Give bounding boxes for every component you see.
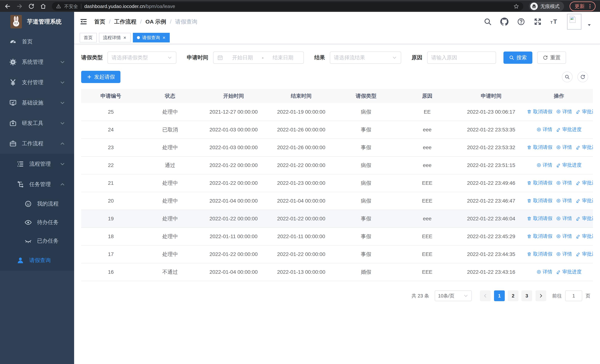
chevron-right-icon <box>538 293 543 298</box>
progress-link[interactable]: 审批进度 <box>556 269 582 275</box>
toolbox-icon <box>9 120 17 127</box>
progress-link[interactable]: 审批进度 <box>576 108 593 115</box>
cell-leave-type: 病假 <box>335 174 397 192</box>
sidebar-collapse-icon[interactable] <box>80 18 87 26</box>
progress-link[interactable]: 审批进度 <box>576 197 593 204</box>
search-icon[interactable] <box>484 18 492 26</box>
avatar[interactable] <box>567 14 581 30</box>
browser-menu-icon[interactable] <box>587 3 593 9</box>
page-button-3[interactable]: 3 <box>521 290 532 301</box>
browser-chrome: 不安全 dashboard.yudao.iocoder.cn/bpm/oa/le… <box>0 0 600 12</box>
cancel-leave-link[interactable]: 取消请假 <box>527 180 552 186</box>
trash-icon <box>527 234 532 239</box>
tab-process-detail[interactable]: 流程详情× <box>99 33 131 42</box>
sidebar-item-done-tasks[interactable]: 已办任务 <box>0 232 74 250</box>
avatar-caret-icon[interactable] <box>587 22 592 28</box>
start-date-input[interactable] <box>226 55 259 61</box>
close-icon[interactable]: × <box>123 35 127 40</box>
page-button-1[interactable]: 1 <box>494 290 505 301</box>
detail-link[interactable]: 详情 <box>536 126 552 133</box>
view-icon <box>556 109 561 114</box>
sidebar-item-task-mgmt[interactable]: 任务管理 <box>0 174 74 195</box>
sidebar-item-payment[interactable]: 支付管理 <box>0 72 74 93</box>
progress-link[interactable]: 审批进度 <box>556 126 582 133</box>
detail-link[interactable]: 详情 <box>556 251 572 257</box>
fullscreen-icon[interactable] <box>534 18 542 26</box>
reason-input[interactable] <box>431 55 492 61</box>
detail-link[interactable]: 详情 <box>536 162 552 168</box>
font-size-icon[interactable]: TT <box>550 18 559 26</box>
page-size-select[interactable]: 10条/页 <box>435 290 472 301</box>
progress-link[interactable]: 审批进度 <box>576 215 593 222</box>
security-warning-icon[interactable] <box>56 4 61 9</box>
sidebar-item-infra[interactable]: 基础设施 <box>0 93 74 113</box>
tags-view-bar: 首页流程详情×请假查询× <box>74 31 600 44</box>
breadcrumb-separator: / <box>170 19 171 25</box>
detail-link[interactable]: 详情 <box>556 215 572 222</box>
refresh-icon <box>580 74 585 80</box>
next-page-button[interactable] <box>535 290 546 301</box>
detail-link[interactable]: 详情 <box>556 144 572 150</box>
cell-id: 24 <box>81 121 141 139</box>
result-value[interactable] <box>334 55 392 61</box>
sidebar-item-my-process[interactable]: 我的流程 <box>0 195 74 213</box>
bookmark-star-icon[interactable] <box>513 3 519 9</box>
tab-leave-query[interactable]: 请假查询× <box>133 33 170 42</box>
cell-actions: 详情审批进度 <box>525 121 593 139</box>
url-bar[interactable]: 不安全 dashboard.yudao.iocoder.cn/bpm/oa/le… <box>52 2 523 10</box>
detail-link[interactable]: 详情 <box>556 108 572 115</box>
cancel-leave-link[interactable]: 取消请假 <box>527 197 552 204</box>
leave-type-value[interactable] <box>112 55 167 61</box>
goto-page-input[interactable] <box>565 290 582 301</box>
cancel-leave-link[interactable]: 取消请假 <box>527 215 552 222</box>
sidebar-item-devtools[interactable]: 研发工具 <box>0 113 74 133</box>
sidebar-item-process-mgmt[interactable]: 流程管理 <box>0 154 74 174</box>
detail-link[interactable]: 详情 <box>556 233 572 239</box>
result-select[interactable] <box>330 52 401 64</box>
reset-button[interactable]: 重置 <box>537 52 566 64</box>
cancel-leave-link[interactable]: 取消请假 <box>527 251 552 257</box>
progress-link[interactable]: 审批进度 <box>556 162 582 168</box>
tab-home[interactable]: 首页 <box>80 33 97 42</box>
progress-link[interactable]: 审批进度 <box>576 180 593 186</box>
apply-time-range[interactable]: - <box>213 52 304 64</box>
sidebar-item-leave-query[interactable]: 请假查询 <box>0 250 74 271</box>
prev-page-button[interactable] <box>480 290 491 301</box>
browser-home-button[interactable] <box>40 3 46 9</box>
update-button[interactable]: 更新 <box>570 1 596 11</box>
create-leave-button[interactable]: 发起请假 <box>81 71 121 83</box>
detail-link[interactable]: 详情 <box>556 180 572 186</box>
breadcrumb-item[interactable]: OA 示例 <box>145 18 166 26</box>
github-icon[interactable] <box>500 18 508 26</box>
progress-link[interactable]: 审批进度 <box>576 251 593 257</box>
breadcrumb-item[interactable]: 首页 <box>94 18 105 26</box>
browser-refresh-button[interactable] <box>28 3 35 9</box>
progress-link[interactable]: 审批进度 <box>576 233 593 239</box>
leave-type-select[interactable] <box>107 52 176 64</box>
sidebar-menu: 首页系统管理支付管理基础设施研发工具工作流程流程管理任务管理我的流程待办任务已办… <box>0 31 74 271</box>
cancel-leave-link[interactable]: 取消请假 <box>527 233 552 239</box>
cancel-leave-link[interactable]: 取消请假 <box>527 144 552 150</box>
search-button[interactable]: 搜索 <box>504 52 532 64</box>
table-refresh-button[interactable] <box>577 72 588 82</box>
help-icon[interactable] <box>517 18 525 26</box>
breadcrumb-item[interactable]: 工作流程 <box>114 18 136 26</box>
page-button-2[interactable]: 2 <box>508 290 518 301</box>
cell-leave-type: 事假 <box>335 139 397 156</box>
browser-back-button[interactable] <box>4 3 11 9</box>
detail-link[interactable]: 详情 <box>536 269 552 275</box>
browser-forward-button[interactable] <box>16 3 23 9</box>
sidebar-item-workflow[interactable]: 工作流程 <box>0 133 74 154</box>
table-search-button[interactable] <box>562 72 572 82</box>
close-icon[interactable]: × <box>162 35 166 40</box>
end-date-input[interactable] <box>266 55 300 61</box>
progress-link[interactable]: 审批进度 <box>576 144 593 150</box>
sidebar-item-home[interactable]: 首页 <box>0 31 74 52</box>
action-label: 详情 <box>562 233 572 239</box>
svg-text:T: T <box>550 20 553 24</box>
cell-actions: 详情审批进度 <box>525 156 593 174</box>
sidebar-item-system[interactable]: 系统管理 <box>0 52 74 72</box>
sidebar-item-todo-tasks[interactable]: 待办任务 <box>0 213 74 232</box>
detail-link[interactable]: 详情 <box>556 197 572 204</box>
cancel-leave-link[interactable]: 取消请假 <box>527 108 552 115</box>
